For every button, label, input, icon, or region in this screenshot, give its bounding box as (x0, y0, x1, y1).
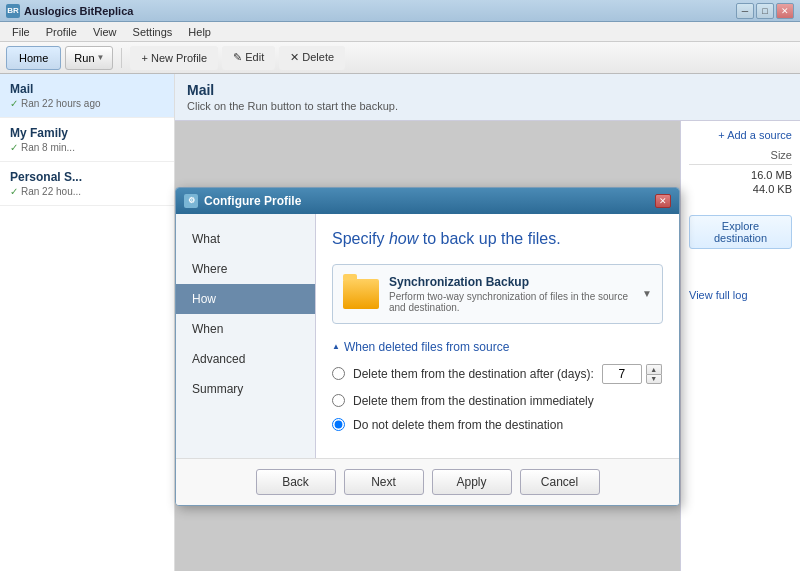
new-profile-button[interactable]: + New Profile (130, 46, 218, 70)
radio-do-not-delete[interactable] (332, 418, 345, 431)
delete-button[interactable]: ✕ Delete (279, 46, 345, 70)
view-full-log-button[interactable]: View full log (689, 249, 792, 301)
radio-immediately[interactable] (332, 394, 345, 407)
title-bar: BR Auslogics BitReplica ─ □ ✕ (0, 0, 800, 22)
modal-nav-advanced[interactable]: Advanced (176, 344, 315, 374)
modal-title-bar: ⚙ Configure Profile ✕ (176, 188, 679, 214)
modal-nav-when[interactable]: When (176, 314, 315, 344)
radio-option-do-not-delete: Do not delete them from the destination (332, 418, 663, 432)
sidebar-item-myfamily-status: ✓ Ran 8 min... (10, 142, 164, 153)
apply-button[interactable]: Apply (432, 469, 512, 495)
file-size-2: 44.0 KB (689, 183, 792, 195)
sidebar-item-personal[interactable]: Personal S... ✓ Ran 22 hou... (0, 162, 174, 206)
modal-heading: Specify how to back up the files. (332, 230, 663, 248)
title-bar-left: BR Auslogics BitReplica (6, 4, 133, 18)
radio-immediately-label: Delete them from the destination immedia… (353, 394, 594, 408)
close-button[interactable]: ✕ (776, 3, 794, 19)
file-info-panel: + Add a source Size 16.0 MB 44.0 KB Expl… (680, 121, 800, 571)
modal-close-button[interactable]: ✕ (655, 194, 671, 208)
menu-file[interactable]: File (4, 24, 38, 40)
radio-after-days-label: Delete them from the destination after (… (353, 367, 594, 381)
spinner-up[interactable]: ▲ (646, 364, 662, 374)
menu-view[interactable]: View (85, 24, 125, 40)
cancel-button[interactable]: Cancel (520, 469, 600, 495)
edit-button[interactable]: ✎ Edit (222, 46, 275, 70)
modal-icon: ⚙ (184, 194, 198, 208)
status-check-icon-2: ✓ (10, 142, 18, 153)
section-heading-deleted-files: When deleted files from source (332, 340, 663, 354)
app-icon: BR (6, 4, 20, 18)
explore-destination-button[interactable]: Explore destination (689, 215, 792, 249)
radio-do-not-delete-label: Do not delete them from the destination (353, 418, 563, 432)
menu-bar: File Profile View Settings Help (0, 22, 800, 42)
days-input[interactable] (602, 364, 642, 384)
backup-type-info: Synchronization Backup Perform two-way s… (389, 275, 632, 313)
file-size-1: 16.0 MB (689, 169, 792, 181)
heading-emphasis: how (389, 230, 418, 247)
next-button[interactable]: Next (344, 469, 424, 495)
status-check-icon-3: ✓ (10, 186, 18, 197)
radio-option-immediately: Delete them from the destination immedia… (332, 394, 663, 408)
modal-nav-what[interactable]: What (176, 224, 315, 254)
modal-nav-where[interactable]: Where (176, 254, 315, 284)
maximize-button[interactable]: □ (756, 3, 774, 19)
sidebar-item-mail[interactable]: Mail ✓ Ran 22 hours ago (0, 74, 174, 118)
modal-footer: Back Next Apply Cancel (176, 458, 679, 505)
configure-profile-modal: ⚙ Configure Profile ✕ What Where How (175, 187, 680, 506)
run-dropdown-arrow: ▼ (97, 53, 105, 62)
days-input-wrapper: ▲ ▼ (602, 364, 662, 384)
right-title: Mail (187, 82, 788, 98)
file-list-header: Size (689, 149, 792, 165)
home-tab[interactable]: Home (6, 46, 61, 70)
modal-overlay: ⚙ Configure Profile ✕ What Where How (175, 121, 680, 571)
modal-nav: What Where How When Advanced Summary (176, 214, 316, 458)
toolbar: Home Run ▼ + New Profile ✎ Edit ✕ Delete (0, 42, 800, 74)
backup-type-dropdown-arrow[interactable]: ▼ (642, 288, 652, 299)
modal-title: ⚙ Configure Profile (184, 194, 301, 208)
title-bar-controls: ─ □ ✕ (736, 3, 794, 19)
right-content: ⚙ Configure Profile ✕ What Where How (175, 121, 680, 571)
sidebar-item-personal-status: ✓ Ran 22 hou... (10, 186, 164, 197)
status-check-icon: ✓ (10, 98, 18, 109)
app-title: Auslogics BitReplica (24, 5, 133, 17)
days-spinner: ▲ ▼ (646, 364, 662, 384)
backup-type-box: Synchronization Backup Perform two-way s… (332, 264, 663, 324)
minimize-button[interactable]: ─ (736, 3, 754, 19)
main-area: Mail ✓ Ran 22 hours ago My Family ✓ Ran … (0, 74, 800, 571)
back-button[interactable]: Back (256, 469, 336, 495)
folder-icon (343, 279, 379, 309)
backup-type-desc: Perform two-way synchronization of files… (389, 291, 632, 313)
radio-after-days[interactable] (332, 367, 345, 380)
sidebar: Mail ✓ Ran 22 hours ago My Family ✓ Ran … (0, 74, 175, 571)
right-subtitle: Click on the Run button to start the bac… (187, 100, 788, 112)
run-button[interactable]: Run ▼ (65, 46, 113, 70)
right-panel: Mail Click on the Run button to start th… (175, 74, 800, 571)
sidebar-item-personal-name: Personal S... (10, 170, 164, 184)
modal-main-content: Specify how to back up the files. Synchr… (316, 214, 679, 458)
modal-nav-how[interactable]: How (176, 284, 315, 314)
sidebar-item-mail-status: ✓ Ran 22 hours ago (10, 98, 164, 109)
modal-nav-summary[interactable]: Summary (176, 374, 315, 404)
toolbar-separator (121, 48, 122, 68)
radio-option-after-days: Delete them from the destination after (… (332, 364, 663, 384)
right-header: Mail Click on the Run button to start th… (175, 74, 800, 121)
spinner-down[interactable]: ▼ (646, 374, 662, 384)
backup-type-name: Synchronization Backup (389, 275, 632, 289)
sidebar-item-mail-name: Mail (10, 82, 164, 96)
menu-help[interactable]: Help (180, 24, 219, 40)
add-source-button[interactable]: + Add a source (689, 129, 792, 141)
modal-body: What Where How When Advanced Summary Spe (176, 214, 679, 458)
menu-settings[interactable]: Settings (125, 24, 181, 40)
sidebar-item-myfamily-name: My Family (10, 126, 164, 140)
right-body: ⚙ Configure Profile ✕ What Where How (175, 121, 800, 571)
run-label: Run (74, 52, 94, 64)
sidebar-item-myfamily[interactable]: My Family ✓ Ran 8 min... (0, 118, 174, 162)
menu-profile[interactable]: Profile (38, 24, 85, 40)
